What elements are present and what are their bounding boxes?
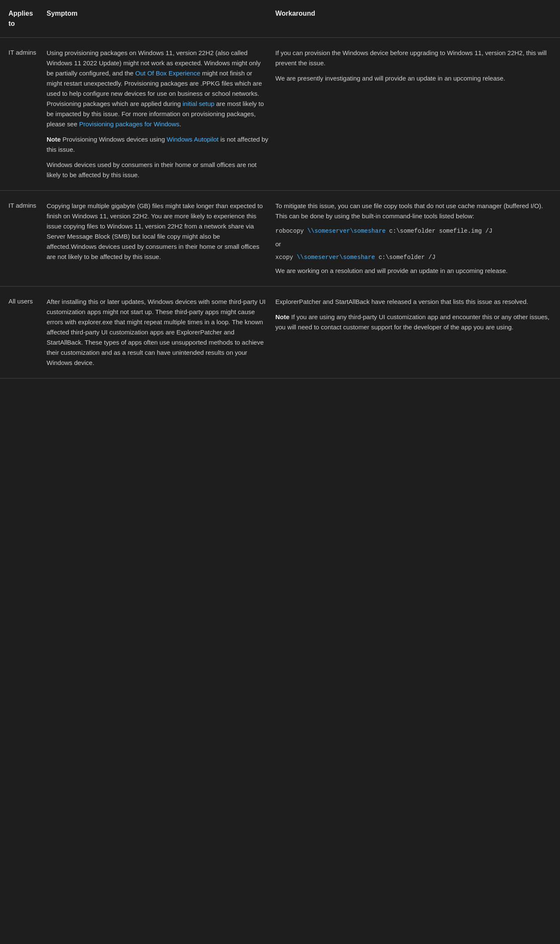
workaround-code: xcopy \\someserver\someshare c:\somefold… xyxy=(275,253,552,262)
main-table: Applies to Symptom Workaround IT adminsU… xyxy=(0,0,560,379)
workaround-code: robocopy \\someserver\someshare c:\somef… xyxy=(275,226,552,236)
workaround-bold: Note xyxy=(275,313,289,320)
symptom-text-span: Provisioning Windows devices using xyxy=(61,136,166,143)
applies-to-cell: IT admins xyxy=(5,199,43,278)
applies-to-cell: All users xyxy=(5,295,43,370)
workaround-header: Workaround xyxy=(272,7,555,31)
code-before: robocopy xyxy=(275,228,308,234)
workaround-cell: To mitigate this issue, you can use file… xyxy=(272,199,555,278)
code-before: xcopy xyxy=(275,254,297,261)
symptom-cell: Using provisioning packages on Windows 1… xyxy=(43,46,272,182)
table-row: All usersAfter installing this or later … xyxy=(0,287,560,379)
workaround-cell: ExplorerPatcher and StartAllBack have re… xyxy=(272,295,555,370)
symptom-link[interactable]: Out Of Box Experience xyxy=(135,70,200,77)
symptom-cell: After installing this or later updates, … xyxy=(43,295,272,370)
symptom-link[interactable]: initial setup xyxy=(183,100,214,107)
symptom-cell: Copying large multiple gigabyte (GB) fil… xyxy=(43,199,272,278)
symptom-header: Symptom xyxy=(43,7,272,31)
workaround-paragraph: We are presently investigating and will … xyxy=(275,73,552,84)
workaround-cell: If you can provision the Windows device … xyxy=(272,46,555,182)
code-after: c:\somefolder somefile.img /J xyxy=(385,228,492,234)
workaround-paragraph: If you can provision the Windows device … xyxy=(275,48,552,68)
code-link[interactable]: \\someserver\someshare xyxy=(308,228,386,234)
workaround-paragraph: We are working on a resolution and will … xyxy=(275,266,552,276)
symptom-text-span: Copying large multiple gigabyte (GB) fil… xyxy=(47,202,263,260)
symptom-link[interactable]: Provisioning packages for Windows xyxy=(79,120,180,128)
symptom-text-span: . xyxy=(180,120,181,128)
workaround-text-span: If you are using any third-party UI cust… xyxy=(275,313,549,331)
symptom-text-span: Windows devices used by consumers in the… xyxy=(47,161,257,178)
symptom-bold: Note xyxy=(47,136,61,143)
symptom-text-span: After installing this or later updates, … xyxy=(47,298,266,366)
workaround-paragraph: To mitigate this issue, you can use file… xyxy=(275,201,552,221)
code-link[interactable]: \\someserver\someshare xyxy=(297,254,375,261)
table-header: Applies to Symptom Workaround xyxy=(0,0,560,38)
table-row: IT adminsUsing provisioning packages on … xyxy=(0,38,560,191)
workaround-paragraph: ExplorerPatcher and StartAllBack have re… xyxy=(275,297,552,307)
workaround-paragraph-bold: Note If you are using any third-party UI… xyxy=(275,312,552,332)
applies-to-header: Applies to xyxy=(5,7,43,31)
table-body: IT adminsUsing provisioning packages on … xyxy=(0,38,560,379)
workaround-or: or xyxy=(275,239,552,249)
applies-to-cell: IT admins xyxy=(5,46,43,182)
code-after: c:\somefolder /J xyxy=(375,254,435,261)
table-row: IT adminsCopying large multiple gigabyte… xyxy=(0,191,560,287)
symptom-link[interactable]: Windows Autopilot xyxy=(166,136,219,143)
